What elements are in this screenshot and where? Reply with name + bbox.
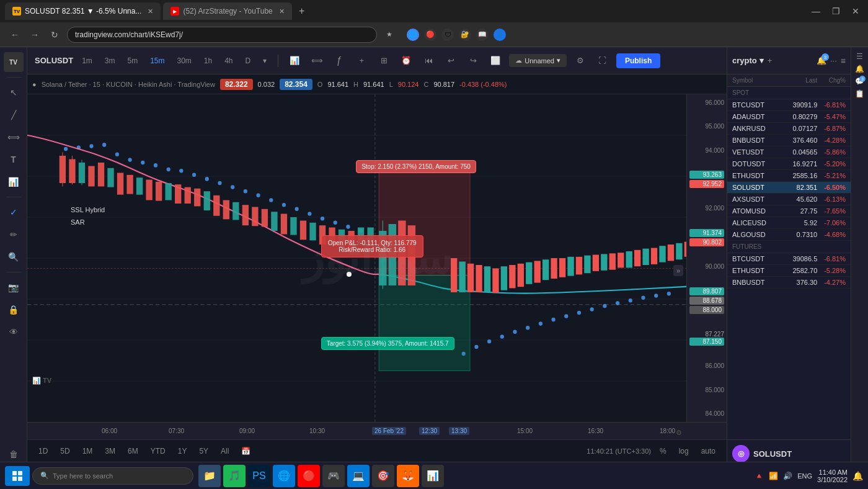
fullscreen-btn[interactable]: ⛶ xyxy=(594,52,611,70)
scroll-right-button[interactable]: » xyxy=(673,265,683,276)
taskbar-app-store[interactable]: 💻 xyxy=(347,465,370,487)
taskbar-app-firefox[interactable]: 🦊 xyxy=(397,465,419,487)
checkmark-tool-btn[interactable]: ✓ xyxy=(4,202,24,222)
close-window-button[interactable]: ✕ xyxy=(848,6,863,16)
extension-icon-3[interactable]: 🛡 xyxy=(441,29,454,41)
tf-dropdown[interactable]: ▾ xyxy=(259,55,270,67)
row-algousd[interactable]: ALGOUSD 0.7310 -4.68% xyxy=(727,229,851,241)
symbol-label[interactable]: SOLUSDT xyxy=(35,56,73,65)
fib-tool-btn[interactable]: ⟺ xyxy=(4,127,24,147)
crypto-dropdown[interactable]: crypto ▾ xyxy=(732,56,764,65)
taskbar-app-adobe[interactable]: 🔴 xyxy=(298,465,320,487)
tv-logo-btn[interactable]: TV xyxy=(4,52,24,72)
tf-3m[interactable]: 3m xyxy=(101,55,119,67)
taskbar-app-target[interactable]: 🎯 xyxy=(372,465,394,487)
tf-5m[interactable]: 5m xyxy=(123,55,141,67)
period-3m[interactable]: 3M xyxy=(101,446,119,457)
measure-tool-btn[interactable]: ✏ xyxy=(4,225,24,244)
row-ethusdt-futures[interactable]: ETHUSDT 2582.70 -5.28% xyxy=(727,265,851,277)
replay-btn[interactable]: ⏮ xyxy=(420,52,437,70)
watchlist-icon[interactable]: ☰ xyxy=(856,52,863,61)
lock-tool-btn[interactable]: 🔒 xyxy=(4,300,24,320)
period-ytd[interactable]: YTD xyxy=(147,446,169,457)
row-axsusdt[interactable]: AXSUSDT 45.620 -6.13% xyxy=(727,194,851,205)
panel-sidebar-toggle[interactable]: ≡ xyxy=(841,56,846,66)
period-all[interactable]: All xyxy=(217,446,232,457)
extension-icon-5[interactable]: 📖 xyxy=(476,29,489,41)
chart-canvas[interactable]: SSL Hybrid SAR Stop: 2.150 (2.37%) 2150,… xyxy=(27,94,727,422)
tab-close-youtube[interactable]: ✕ xyxy=(279,7,285,16)
row-dotusdt[interactable]: DOTUSDT 16.9271 -5.20% xyxy=(727,158,851,170)
publish-button[interactable]: Publish xyxy=(616,53,660,68)
panel-plus-btn[interactable]: + xyxy=(768,56,773,65)
unnamed-button[interactable]: ☁ Unnamed ▾ xyxy=(509,54,567,67)
panel-bell-btn[interactable]: 🔔 3 xyxy=(817,56,826,65)
row-aliceusd[interactable]: ALICEUSD 5.92 -7.06% xyxy=(727,217,851,229)
auto-toggle[interactable]: auto xyxy=(698,446,719,457)
star-button[interactable]: ★ xyxy=(382,30,397,38)
row-ethusdt[interactable]: ETHUSDT 2585.16 -5.21% xyxy=(727,170,851,182)
zoom-tool-btn[interactable]: 🔍 xyxy=(4,247,24,267)
forward-button[interactable]: → xyxy=(27,30,42,40)
taskbar-app-edge[interactable]: 🌐 xyxy=(273,465,295,487)
snapshot-btn[interactable]: ⬜ xyxy=(487,52,504,70)
tab-tradingview[interactable]: TV SOLUSDT 82.351 ▼ -6.5% Unna... ✕ xyxy=(5,2,161,20)
minimize-button[interactable]: — xyxy=(808,6,823,16)
row-vetusdt[interactable]: VETUSDT 0.04565 -5.86% xyxy=(727,146,851,158)
extension-icon-4[interactable]: 🔐 xyxy=(459,29,471,41)
start-button[interactable] xyxy=(5,466,30,486)
period-5y[interactable]: 5Y xyxy=(195,446,212,457)
settings-btn[interactable]: ⚙ xyxy=(572,52,589,70)
eye-tool-btn[interactable]: 👁 xyxy=(4,322,24,342)
tf-d[interactable]: D xyxy=(242,55,255,67)
bar-type-btn[interactable]: 📊 xyxy=(286,52,303,70)
grid-btn[interactable]: ⊞ xyxy=(375,52,392,70)
indicators-btn[interactable]: ƒ xyxy=(330,52,348,70)
compare-btn[interactable]: ⟺ xyxy=(308,52,326,70)
tf-30m[interactable]: 30m xyxy=(173,55,195,67)
chat-icon[interactable]: 💬 3 xyxy=(855,77,864,86)
new-tab-button[interactable]: + xyxy=(294,4,309,19)
period-1y[interactable]: 1Y xyxy=(174,446,191,457)
keyboard-lang[interactable]: ENG xyxy=(797,472,812,480)
tab-youtube[interactable]: ▶ (52) ArzStrategy - YouTube ✕ xyxy=(163,2,291,20)
taskbar-search[interactable]: 🔍 Type here to search xyxy=(32,467,193,485)
back-button[interactable]: ← xyxy=(7,30,22,40)
address-input[interactable] xyxy=(67,27,377,43)
calendar-btn[interactable]: 📅 xyxy=(237,446,254,457)
notification-btn[interactable]: 🔔 xyxy=(852,471,863,481)
row-ankrusd[interactable]: ANKRUSD 0.07127 -6.87% xyxy=(727,123,851,135)
row-bnbusdt-futures[interactable]: BNBUSDT 376.30 -4.27% xyxy=(727,277,851,289)
row-btcusdt-futures[interactable]: BTCUSDT 39086.5 -6.81% xyxy=(727,253,851,265)
row-atomusd[interactable]: ATOMUSD 27.75 -7.65% xyxy=(727,205,851,217)
row-adausdt[interactable]: ADAUSDT 0.80279 -5.47% xyxy=(727,111,851,123)
tf-4h[interactable]: 4h xyxy=(221,55,236,67)
tf-1h[interactable]: 1h xyxy=(200,55,216,67)
tf-15m[interactable]: 15m xyxy=(146,55,168,67)
cursor-tool-btn[interactable]: ↖ xyxy=(4,83,24,102)
tf-1m[interactable]: 1m xyxy=(78,55,96,67)
taskbar-app-stats[interactable]: 📊 xyxy=(422,465,444,487)
alert-btn[interactable]: ⏰ xyxy=(397,52,415,70)
row-bnbusdt[interactable]: BNBUSDT 376.460 -4.28% xyxy=(727,135,851,146)
redo-btn[interactable]: ↪ xyxy=(464,52,482,70)
clock-display[interactable]: 11:40 AM 3/10/2022 xyxy=(817,469,848,483)
maximize-button[interactable]: ❐ xyxy=(828,6,843,16)
trend-line-tool-btn[interactable]: ╱ xyxy=(4,105,24,125)
tab-close-tradingview[interactable]: ✕ xyxy=(148,7,153,16)
taskbar-app-spotify[interactable]: 🎵 xyxy=(223,465,246,487)
row-btcusdt-spot[interactable]: BTCUSDT 39091.9 -6.81% xyxy=(727,99,851,111)
log-toggle[interactable]: log xyxy=(675,446,693,457)
taskbar-app-ps[interactable]: PS xyxy=(248,465,270,487)
taskbar-app-game[interactable]: 🎮 xyxy=(322,465,345,487)
indicators-tool-btn[interactable]: 📊 xyxy=(4,172,24,192)
taskbar-app-explorer[interactable]: 📁 xyxy=(198,465,221,487)
extension-icon-1[interactable]: 🌐 xyxy=(407,29,419,41)
time-settings-icon[interactable]: ⚙ xyxy=(676,429,682,437)
alerts-icon[interactable]: 🔔 xyxy=(855,65,864,73)
period-1d[interactable]: 1D xyxy=(35,446,51,457)
period-6m[interactable]: 6M xyxy=(124,446,142,457)
history-icon[interactable]: 📋 xyxy=(855,89,864,98)
user-avatar[interactable]: 👤 xyxy=(494,29,506,41)
undo-btn[interactable]: ↩ xyxy=(442,52,459,70)
